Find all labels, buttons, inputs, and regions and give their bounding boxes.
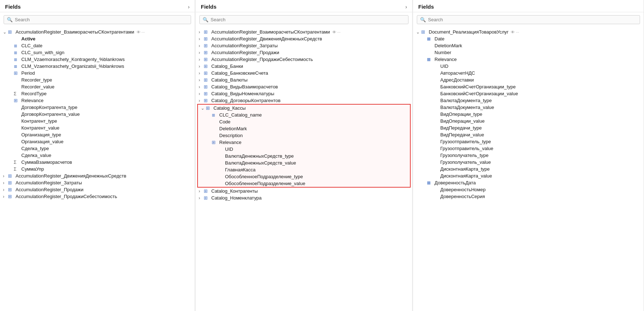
tree-item[interactable]: ›⊞AccumulationRegister_ПродажиСебестоимо… [196,56,412,63]
tree-item[interactable]: ДоверенностьСерия [413,193,644,200]
table-icon: ⊞ [8,180,14,185]
tree-item[interactable]: ВалютаДенежныхСредств_type [198,153,410,159]
tree-item[interactable]: ОбособленноеПодразделение_value [198,180,410,187]
tree-item[interactable]: Организация_value [0,138,195,145]
tree-item[interactable]: ›⊞AccumulationRegister_ДвиженияДенежныхС… [196,35,412,42]
tree-item[interactable]: ›⊞AccumulationRegister_Продажи [0,186,195,193]
tree-item[interactable]: Сделка_type [0,145,195,152]
tree-item[interactable]: Active [0,35,195,42]
tree-item-label: ДоговорКонтрагента_type [21,105,77,110]
tree-item[interactable]: Организация_type [0,131,195,138]
calc-icon: ≣ [14,57,20,62]
tree-item[interactable]: ≣CLC_Catalog_name [198,111,410,118]
tree-item[interactable]: Грузополучатель_type [413,152,644,159]
tree-chevron: › [199,91,204,96]
tree-item[interactable]: ▦ДоверенностьДата [413,179,644,186]
tree-item[interactable]: ΣСуммаУпр [0,166,195,172]
left-search-box[interactable]: 🔍 [4,15,191,24]
middle-tree: ›⊞AccumulationRegister_ВзаиморасчетыСКон… [196,27,412,311]
tree-item[interactable]: UID [198,146,410,153]
table-icon: ⊞ [204,91,210,96]
right-search-input[interactable] [428,17,637,22]
tree-item[interactable]: Сделка_value [0,152,195,159]
tree-item[interactable]: ВалютаДокумента_type [413,97,644,104]
tree-item[interactable]: БанковскийСчетОрганизации_type [413,83,644,90]
tree-item[interactable]: АдресДоставки [413,76,644,83]
tree-item[interactable]: ГлавнаяКасса [198,166,410,173]
tree-item[interactable]: ДоговорКонтрагента_type [0,104,195,111]
tree-item[interactable]: Грузоотправитель_type [413,138,644,145]
tree-item[interactable]: ›⊞AccumulationRegister_Продажи [196,49,412,56]
tree-item[interactable]: DeletionMark [198,125,410,132]
tree-item[interactable]: ›⊞Catalog_БанковскиеСчета [196,70,412,76]
middle-search-box[interactable]: 🔍 [199,15,409,24]
right-search-box[interactable]: 🔍 [417,15,640,24]
tree-item[interactable]: ВалютаДенежныхСредств_value [198,159,410,166]
tree-item[interactable]: ⌄⊞Catalog_Кассы [198,105,410,111]
tree-item[interactable]: ≣CLM_Vzaemoraschety_Kontragenty_%blankro… [0,56,195,63]
tree-item[interactable]: ›⊞Catalog_ДоговорыКонтрагентов [196,97,412,104]
tree-item[interactable]: ›⊞Catalog_Контрагенты [196,188,412,194]
tree-item[interactable]: ОбособленноеПодразделение_type [198,173,410,180]
table-icon: ⊞ [8,187,14,192]
tree-chevron: › [199,30,204,35]
tree-item[interactable]: ›⊞AccumulationRegister_ВзаиморасчетыСКон… [196,29,412,35]
tree-item[interactable]: ›⊞Catalog_Банки [196,63,412,70]
tree-item[interactable]: UID [413,63,644,70]
tree-item[interactable]: ⊞Relevance [198,139,410,146]
tree-item-label: UID [440,63,448,69]
tree-item[interactable]: Грузоотправитель_value [413,145,644,152]
tree-item[interactable]: Контрагент_value [0,124,195,131]
tree-chevron: › [3,187,8,192]
tree-item[interactable]: ≣CLC_sum_with_sign [0,49,195,56]
tree-item[interactable]: Number [413,49,644,56]
tree-item[interactable]: ›⊞AccumulationRegister_ДвиженияДенежныхС… [0,172,195,179]
tree-item[interactable]: ›⊞AccumulationRegister_Затраты [0,179,195,186]
table-icon: ⊞ [8,173,14,179]
left-panel-expand-icon[interactable]: › [188,4,190,10]
tree-item[interactable]: Recorder_type [0,76,195,83]
middle-panel-expand-icon[interactable]: › [405,4,407,10]
tree-item[interactable]: Code [198,118,410,125]
calc-icon: ≣ [14,43,20,48]
left-search-input[interactable] [15,17,188,22]
middle-search-input[interactable] [211,17,405,22]
tree-item[interactable]: ›⊞Catalog_ВидыВзаиморасчетов [196,83,412,90]
tree-item-label: AccumulationRegister_Затраты [211,43,278,48]
tree-item[interactable]: АвторасчетНДС [413,70,644,76]
tree-item[interactable]: ›⊞Catalog_Номенклатура [196,194,412,201]
tree-item[interactable]: Контрагент_type [0,118,195,124]
tree-item[interactable]: БанковскийСчетОрганизации_value [413,90,644,97]
tree-item-label: AccumulationRegister_Продажи [16,187,83,192]
tree-item[interactable]: ≣CLM_Vzaemoraschety_Organizatsii_%blankr… [0,63,195,70]
tree-item[interactable]: ▦Date [413,35,644,42]
tree-item[interactable]: ⊞Relevance [0,97,195,104]
tree-item[interactable]: Грузополучатель_value [413,159,644,166]
tree-item[interactable]: DeletionMark [413,42,644,49]
tree-item[interactable]: ▦Relevance [413,56,644,63]
table-icon: ⊞ [8,194,14,199]
tree-item-label: CLM_Vzaemoraschety_Organizatsii_%blankro… [21,63,124,69]
tree-item[interactable]: ⊞Period [0,70,195,76]
tree-item[interactable]: ДоговорКонтрагента_value [0,111,195,118]
tree-item[interactable]: ВидОперации_type [413,111,644,118]
tree-item[interactable]: ›⊞Catalog_Валюты [196,76,412,83]
tree-item[interactable]: Recorder_value [0,83,195,90]
tree-item[interactable]: ВалютаДокумента_value [413,104,644,111]
tree-item[interactable]: ДоверенностьНомер [413,186,644,193]
tree-item-label: CLC_date [21,43,43,48]
tree-item[interactable]: ›⊞AccumulationRegister_ПродажиСебестоимо… [0,193,195,200]
tree-item[interactable]: Description [198,132,410,139]
tree-item[interactable]: ›⊞AccumulationRegister_Затраты [196,42,412,49]
tree-item[interactable]: ВидПередачи_value [413,131,644,138]
tree-item[interactable]: ›⊞Catalog_ВидыНоменклатуры [196,90,412,97]
tree-item[interactable]: ≣CLC_date [0,42,195,49]
tree-item[interactable]: ВидПередачи_type [413,124,644,131]
tree-item[interactable]: ΣСуммаВзаиморасчетов [0,159,195,166]
tree-item[interactable]: ДисконтнаяКарта_type [413,166,644,172]
tree-item[interactable]: ⌄⊞Document_РеализацияТоваровУслуг👁 ··· [413,29,644,35]
tree-item[interactable]: ДисконтнаяКарта_value [413,172,644,179]
tree-item[interactable]: ΣRecordType [0,90,195,97]
tree-item[interactable]: ⌄⊞AccumulationRegister_ВзаиморасчетыСКон… [0,29,195,35]
tree-item[interactable]: ВидОперации_value [413,118,644,124]
